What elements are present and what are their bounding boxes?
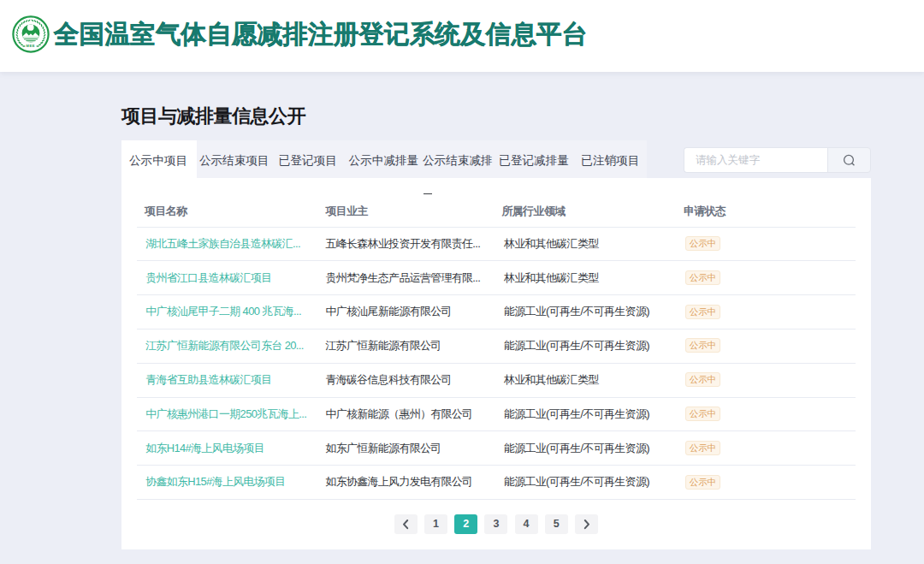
svg-text:MEE: MEE <box>27 44 35 48</box>
